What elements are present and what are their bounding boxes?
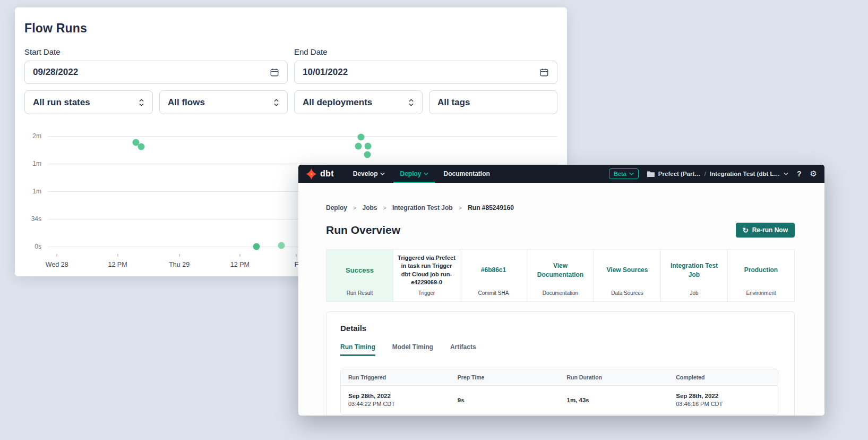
flow-run-dot[interactable] [364, 151, 371, 158]
x-axis-tick-mark [296, 254, 297, 257]
status-card-value: Success [346, 254, 374, 287]
breadcrumb-item: Run #85249160 [468, 204, 514, 211]
nav-item-develop[interactable]: Develop [347, 165, 392, 183]
table-cell: 1m, 43s [560, 386, 669, 415]
help-icon[interactable]: ? [797, 170, 802, 178]
breadcrumb-item[interactable]: Jobs [362, 204, 377, 211]
cell-line: 9s [458, 396, 552, 405]
details-title: Details [340, 324, 778, 333]
filter-select-tags[interactable]: All tags [429, 90, 557, 114]
flow-run-dot[interactable] [278, 242, 285, 249]
status-card-data-sources[interactable]: View SourcesData Sources [594, 250, 661, 301]
flow-run-dot[interactable] [358, 134, 365, 141]
column-header: Run Duration [560, 369, 669, 385]
select-value: All flows [168, 97, 205, 108]
run-timing-table: Run TriggeredPrep TimeRun DurationComple… [340, 369, 778, 416]
flow-run-dot[interactable] [364, 142, 371, 149]
environment-name: Integration Test (dbt L… [710, 171, 780, 177]
nav-item-documentation[interactable]: Documentation [437, 165, 496, 183]
x-axis-tick-mark [239, 254, 240, 257]
tab-model-timing[interactable]: Model Timing [392, 343, 433, 356]
x-axis-tick-label: 12 PM [108, 261, 127, 268]
cell-line: 1m, 43s [567, 396, 661, 405]
status-card-run-result: SuccessRun Result [326, 250, 393, 301]
flow-run-dot[interactable] [133, 139, 140, 146]
end-date-field: End Date 10/01/2022 [294, 47, 557, 84]
flow-run-dot[interactable] [253, 243, 260, 250]
x-axis-tick-mark [179, 254, 179, 257]
y-axis-tick-label: 1m [15, 188, 41, 195]
dbt-logo[interactable]: dbt [306, 165, 334, 183]
select-chevrons-icon [139, 98, 144, 107]
project-environment-switcher[interactable]: Prefect (Part… / Integration Test (dbt L… [647, 171, 788, 177]
status-card-caption: Commit SHA [478, 290, 509, 296]
dbt-top-nav: dbt DevelopDeployDocumentation Beta Pref… [298, 165, 824, 183]
end-date-input[interactable]: 10/01/2022 [294, 61, 557, 84]
date-filter-row: Start Date 09/28/2022 End Date 10/01/202… [24, 47, 557, 84]
calendar-icon[interactable] [270, 67, 279, 77]
status-card-caption: Environment [746, 290, 776, 296]
breadcrumb-item[interactable]: Integration Test Job [392, 204, 453, 211]
select-value: All tags [437, 97, 470, 108]
desktop-background: Flow Runs Start Date 09/28/2022 End Date… [0, 0, 868, 440]
select-value: All deployments [303, 97, 372, 108]
table-header-row: Run TriggeredPrep TimeRun DurationComple… [341, 369, 778, 386]
status-card-commit-sha[interactable]: #6b86c1Commit SHA [460, 250, 527, 301]
rerun-now-button[interactable]: ↻ Re-run Now [736, 223, 795, 238]
select-chevrons-icon [408, 98, 414, 107]
status-card-trigger: Triggered via Prefect in task run Trigge… [393, 250, 460, 301]
tab-artifacts[interactable]: Artifacts [450, 343, 476, 356]
chevron-down-icon [380, 172, 385, 175]
chart-gridline [48, 136, 557, 137]
run-overview-title: Run Overview [326, 224, 400, 236]
status-card-caption: Job [690, 290, 698, 296]
start-date-label: Start Date [24, 47, 288, 56]
chevron-down-icon [424, 172, 428, 175]
dbt-logo-icon [306, 168, 317, 180]
select-chevrons-icon [273, 98, 279, 107]
select-value: All run states [33, 97, 90, 108]
cell-subline: 03:44:22 PM CDT [348, 400, 443, 409]
breadcrumb: Deploy>Jobs>Integration Test Job>Run #85… [326, 204, 795, 211]
status-card-value[interactable]: Production [744, 254, 778, 287]
status-card-value[interactable]: View Documentation [531, 254, 589, 287]
breadcrumb-slash: / [704, 171, 706, 177]
dbt-logo-text: dbt [320, 169, 334, 179]
nav-menu: DevelopDeployDocumentation [347, 165, 496, 183]
flow-run-dot[interactable] [355, 142, 362, 149]
filter-select-run-states[interactable]: All run states [24, 90, 153, 114]
table-cell: 9s [450, 386, 560, 415]
filter-select-deployments[interactable]: All deployments [294, 90, 423, 114]
table-row: Sep 28th, 202203:44:22 PM CDT9s1m, 43sSe… [341, 386, 778, 415]
filter-select-flows[interactable]: All flows [159, 90, 288, 114]
table-cell: Sep 28th, 202203:46:16 PM CDT [668, 386, 778, 415]
settings-gear-icon[interactable]: ⚙ [810, 169, 817, 179]
nav-right-group: Beta Prefect (Part… / Integration Test (… [609, 165, 817, 183]
x-axis-tick-mark [57, 254, 57, 257]
breadcrumb-item[interactable]: Deploy [326, 204, 347, 211]
status-card-documentation[interactable]: View DocumentationDocumentation [527, 250, 594, 301]
start-date-field: Start Date 09/28/2022 [24, 47, 288, 84]
status-card-value[interactable]: View Sources [607, 254, 648, 287]
calendar-icon[interactable] [539, 67, 549, 77]
nav-item-deploy[interactable]: Deploy [393, 165, 435, 183]
status-card-value: Triggered via Prefect in task run Trigge… [398, 254, 456, 287]
status-card-value[interactable]: Integration Test Job [665, 254, 723, 287]
tab-run-timing[interactable]: Run Timing [340, 343, 375, 356]
status-card-value[interactable]: #6b86c1 [481, 254, 506, 287]
beta-label: Beta [614, 171, 626, 177]
nav-item-label: Develop [353, 170, 378, 177]
y-axis-tick-label: 2m [15, 132, 41, 140]
x-axis-tick-label: Wed 28 [46, 261, 68, 268]
status-card-job[interactable]: Integration Test JobJob [661, 250, 728, 301]
chevron-down-icon [784, 172, 788, 175]
breadcrumb-separator: > [383, 205, 386, 211]
beta-dropdown[interactable]: Beta [609, 168, 639, 179]
status-card-environment[interactable]: ProductionEnvironment [728, 250, 794, 301]
title-row: Run Overview ↻ Re-run Now [326, 223, 795, 238]
flow-run-dot[interactable] [137, 143, 144, 150]
start-date-value: 09/28/2022 [33, 67, 78, 78]
x-axis-tick-label: 12 PM [230, 261, 250, 268]
end-date-value: 10/01/2022 [303, 67, 348, 78]
start-date-input[interactable]: 09/28/2022 [24, 61, 288, 84]
